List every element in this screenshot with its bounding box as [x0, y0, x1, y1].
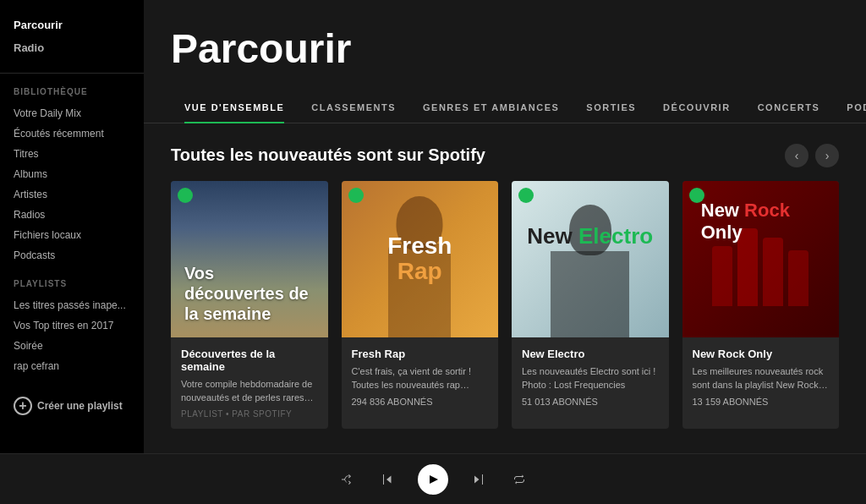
fresh-label: Fresh: [387, 233, 452, 259]
card-name-4: New Rock Only: [693, 348, 830, 360]
card-name-3: New Electro: [522, 348, 659, 360]
sidebar-item-parcourir[interactable]: Parcourir: [14, 14, 130, 36]
tab-genres[interactable]: GENRES ET AMBIANCES: [409, 92, 573, 123]
card-overlay-text-4: New RockOnly: [701, 200, 820, 244]
playlists-title: PLAYLISTS: [14, 279, 130, 288]
card-name-2: Fresh Rap: [352, 348, 489, 360]
tab-vue-ensemble[interactable]: VUE D'ENSEMBLE: [171, 92, 298, 123]
card-bg-1: Vos découvertes de la semaine: [171, 181, 328, 338]
spotify-dot-1: [178, 188, 193, 203]
card-new-rock[interactable]: New RockOnly New Rock Only Les meilleure…: [682, 181, 840, 429]
new-label-3: New: [527, 222, 578, 248]
tab-sorties[interactable]: SORTIES: [573, 92, 650, 123]
person-body-3: [551, 251, 629, 337]
page-title: Parcourir: [171, 27, 839, 72]
sidebar-item-radio[interactable]: Radio: [14, 36, 130, 59]
only-label: Only: [701, 222, 743, 243]
sidebar-item-titres[interactable]: Titres: [14, 144, 130, 164]
next-button[interactable]: [469, 469, 489, 490]
card-bg-3: New Electro: [512, 181, 669, 338]
card-desc-1: Votre compile hebdomadaire de nouveautés…: [181, 378, 318, 404]
card-info-4: New Rock Only Les meilleures nouveautés …: [682, 337, 840, 417]
card-info-1: Découvertes de la semaine Votre compile …: [171, 337, 328, 429]
sidebar: Parcourir Radio BIBLIOTHÈQUE Votre Daily…: [0, 0, 144, 453]
card-info-3: New Electro Les nouveautés Electro sont …: [512, 337, 669, 417]
section-header: Toutes les nouveautés sont sur Spotify ‹…: [171, 144, 839, 167]
card-decouvertes[interactable]: Vos découvertes de la semaine Découverte…: [171, 181, 328, 429]
sidebar-item-podcasts[interactable]: Podcasts: [14, 245, 130, 266]
card-info-2: Fresh Rap C'est frais, ça vient de sorti…: [342, 337, 499, 417]
card-fresh-rap[interactable]: Fresh Rap Fresh Rap C'est frais, ça vien…: [342, 181, 499, 429]
sidebar-item-daily-mix[interactable]: Votre Daily Mix: [14, 103, 130, 123]
prev-icon: [381, 473, 394, 486]
card-image-4: New RockOnly: [682, 181, 840, 338]
card-bg-4: New RockOnly: [682, 181, 840, 338]
card-subscribers-3: 51 013 ABONNÉS: [522, 397, 659, 407]
sidebar-item-pl4[interactable]: rap cefran: [14, 356, 130, 376]
main-content: Parcourir VUE D'ENSEMBLE CLASSEMENTS GEN…: [144, 0, 866, 453]
player-bar: [0, 453, 866, 504]
repeat-button[interactable]: [509, 469, 529, 490]
bibliotheque-title: BIBLIOTHÈQUE: [14, 87, 130, 96]
card-desc-3: Les nouveautés Electro sont ici ! Photo …: [522, 365, 659, 392]
spotify-badge-3: [518, 188, 534, 203]
sidebar-playlists-section: PLAYLISTS Les titres passés inape... Vos…: [0, 272, 144, 383]
create-playlist-label: Créer une playlist: [37, 400, 123, 412]
sidebar-main-nav: Parcourir Radio: [0, 14, 144, 74]
sidebar-bibliotheque-section: BIBLIOTHÈQUE Votre Daily Mix Écoutés réc…: [0, 74, 144, 272]
card-image-2: Fresh Rap: [342, 181, 499, 338]
sidebar-item-fichiers[interactable]: Fichiers locaux: [14, 225, 130, 245]
card-desc-4: Les meilleures nouveautés rock sont dans…: [693, 365, 830, 392]
sidebar-item-artistes[interactable]: Artistes: [14, 184, 130, 205]
card-subscribers-4: 13 159 ABONNÉS: [693, 397, 830, 407]
create-playlist-button[interactable]: + Créer une playlist: [14, 390, 130, 422]
tab-classements[interactable]: CLASSEMENTS: [298, 92, 409, 123]
sidebar-item-ecoutes[interactable]: Écoutés récemment: [14, 123, 130, 144]
spotify-badge-1: [178, 188, 193, 203]
play-icon: [427, 474, 439, 485]
section-title: Toutes les nouveautés sont sur Spotify: [171, 145, 485, 165]
shuffle-button[interactable]: [337, 469, 357, 490]
create-playlist-container: + Créer une playlist: [0, 383, 144, 429]
tab-podcasts[interactable]: PODCASTS: [833, 92, 866, 123]
shuffle-icon: [340, 473, 354, 486]
card-desc-2: C'est frais, ça vient de sortir ! Toutes…: [352, 365, 489, 392]
content-area: Toutes les nouveautés sont sur Spotify ‹…: [144, 123, 866, 453]
spotify-dot-2: [348, 188, 364, 203]
next-arrow-button[interactable]: ›: [815, 144, 839, 167]
card-overlay-text-2: Fresh Rap: [342, 233, 499, 286]
rock-label: Rock: [744, 200, 790, 221]
card-bg-2: Fresh Rap: [342, 181, 499, 338]
repeat-icon: [512, 473, 526, 486]
prev-arrow-button[interactable]: ‹: [785, 144, 808, 167]
card-subscribers-2: 294 836 ABONNÉS: [352, 397, 489, 407]
tab-concerts[interactable]: CONCERTS: [744, 92, 834, 123]
sidebar-item-pl1[interactable]: Les titres passés inape...: [14, 295, 130, 315]
page-header: Parcourir: [144, 0, 866, 92]
spotify-badge-2: [348, 188, 364, 203]
card-name-1: Découvertes de la semaine: [181, 348, 318, 373]
sidebar-item-albums[interactable]: Albums: [14, 164, 130, 184]
tabs-bar: VUE D'ENSEMBLE CLASSEMENTS GENRES ET AMB…: [144, 92, 866, 123]
sidebar-item-radios[interactable]: Radios: [14, 205, 130, 225]
tab-decouvrir[interactable]: DÉCOUVRIR: [650, 92, 744, 123]
card-new-electro[interactable]: New Electro New Electro Les nouveautés E…: [512, 181, 669, 429]
nav-arrows: ‹ ›: [785, 144, 839, 167]
card-image-3: New Electro: [512, 181, 669, 338]
card-overlay-text-1: Vos découvertes de la semaine: [184, 263, 315, 324]
next-icon: [472, 473, 485, 486]
new-label-4: New: [701, 200, 744, 221]
card-meta-1: PLAYLIST • PAR SPOTIFY: [181, 409, 318, 419]
sidebar-item-pl3[interactable]: Soirée: [14, 336, 130, 356]
sidebar-item-pl2[interactable]: Vos Top titres en 2017: [14, 315, 130, 336]
electro-label: Electro: [578, 222, 653, 248]
rap-label: Rap: [397, 259, 442, 285]
card-overlay-text-3: New Electro: [512, 223, 669, 248]
cards-grid: Vos découvertes de la semaine Découverte…: [171, 181, 839, 429]
plus-icon: +: [14, 397, 32, 415]
card-image-1: Vos découvertes de la semaine: [171, 181, 328, 338]
prev-button[interactable]: [377, 469, 397, 490]
play-button[interactable]: [418, 464, 448, 495]
spotify-dot-3: [518, 188, 534, 203]
